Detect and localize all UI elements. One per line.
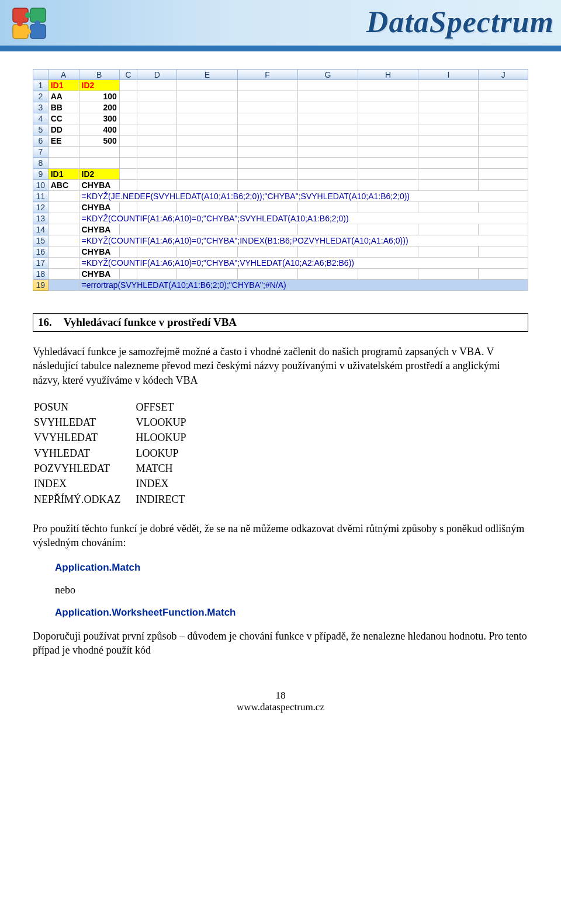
- col-header-F[interactable]: F: [237, 70, 297, 80]
- cell[interactable]: [177, 102, 237, 113]
- cell[interactable]: [177, 224, 237, 235]
- cell[interactable]: [418, 246, 479, 258]
- cell[interactable]: CC: [48, 113, 79, 124]
- cell[interactable]: [297, 113, 358, 124]
- cell[interactable]: [177, 136, 237, 147]
- cell[interactable]: [177, 91, 237, 102]
- cell[interactable]: [237, 169, 297, 180]
- cell[interactable]: [358, 113, 418, 124]
- cell[interactable]: [119, 269, 137, 280]
- row-header[interactable]: 11: [33, 191, 49, 202]
- cell[interactable]: [418, 113, 479, 124]
- cell[interactable]: [297, 158, 358, 169]
- cell[interactable]: [237, 147, 297, 158]
- row-header[interactable]: 17: [33, 258, 49, 269]
- cell[interactable]: 100: [79, 91, 119, 102]
- row-header[interactable]: 2: [33, 91, 49, 102]
- cell[interactable]: [479, 136, 528, 147]
- cell[interactable]: [297, 180, 358, 191]
- cell[interactable]: 200: [79, 102, 119, 113]
- cell[interactable]: [479, 102, 528, 113]
- cell[interactable]: [479, 180, 528, 191]
- cell[interactable]: [137, 224, 177, 235]
- cell[interactable]: [48, 280, 79, 291]
- cell[interactable]: [237, 113, 297, 124]
- cell[interactable]: [297, 246, 358, 258]
- row-header[interactable]: 9: [33, 169, 49, 180]
- cell[interactable]: [48, 202, 79, 213]
- col-header-I[interactable]: I: [418, 70, 479, 80]
- cell[interactable]: [79, 158, 119, 169]
- cell[interactable]: [297, 147, 358, 158]
- cell[interactable]: [119, 246, 137, 258]
- row-header[interactable]: 19: [33, 280, 49, 291]
- row-header[interactable]: 10: [33, 180, 49, 191]
- cell[interactable]: [297, 202, 358, 213]
- cell[interactable]: [119, 202, 137, 213]
- cell[interactable]: [137, 91, 177, 102]
- cell[interactable]: [358, 269, 418, 280]
- formula-cell[interactable]: =KDYŽ(COUNTIF(A1:A6;A10)=0;"CHYBA";VYHLE…: [79, 258, 528, 269]
- cell[interactable]: [237, 124, 297, 136]
- corner-cell[interactable]: [33, 70, 49, 80]
- cell[interactable]: [418, 180, 479, 191]
- row-header[interactable]: 18: [33, 269, 49, 280]
- cell[interactable]: [48, 246, 79, 258]
- formula-cell[interactable]: =errortrap(SVYHLEDAT(A10;A1:B6;2;0);"CHY…: [79, 280, 528, 291]
- col-header-D[interactable]: D: [137, 70, 177, 80]
- cell[interactable]: [297, 136, 358, 147]
- formula-cell[interactable]: =KDYŽ(COUNTIF(A1:A6;A10)=0;"CHYBA";INDEX…: [79, 235, 528, 246]
- col-header-G[interactable]: G: [297, 70, 358, 80]
- cell[interactable]: [479, 224, 528, 235]
- cell[interactable]: [137, 202, 177, 213]
- cell[interactable]: [237, 224, 297, 235]
- cell[interactable]: [48, 224, 79, 235]
- cell[interactable]: ABC: [48, 180, 79, 191]
- cell[interactable]: [479, 169, 528, 180]
- row-header[interactable]: 4: [33, 113, 49, 124]
- cell[interactable]: [48, 258, 79, 269]
- cell[interactable]: [177, 180, 237, 191]
- cell[interactable]: [137, 269, 177, 280]
- cell[interactable]: CHYBA: [79, 224, 119, 235]
- cell[interactable]: [297, 124, 358, 136]
- cell[interactable]: 300: [79, 113, 119, 124]
- cell[interactable]: [237, 269, 297, 280]
- cell[interactable]: [418, 147, 479, 158]
- row-header[interactable]: 1: [33, 80, 49, 91]
- cell[interactable]: [358, 169, 418, 180]
- cell[interactable]: [418, 202, 479, 213]
- cell[interactable]: [479, 113, 528, 124]
- cell[interactable]: [137, 180, 177, 191]
- cell[interactable]: CHYBA: [79, 246, 119, 258]
- row-header[interactable]: 5: [33, 124, 49, 136]
- cell[interactable]: EE: [48, 136, 79, 147]
- cell[interactable]: [237, 246, 297, 258]
- cell[interactable]: [177, 169, 237, 180]
- row-header[interactable]: 6: [33, 136, 49, 147]
- cell[interactable]: [177, 113, 237, 124]
- cell[interactable]: [137, 246, 177, 258]
- cell[interactable]: CHYBA: [79, 180, 119, 191]
- cell[interactable]: [237, 80, 297, 91]
- cell[interactable]: [418, 124, 479, 136]
- cell[interactable]: [358, 224, 418, 235]
- cell[interactable]: [418, 102, 479, 113]
- cell[interactable]: [119, 147, 137, 158]
- cell[interactable]: [119, 91, 137, 102]
- cell[interactable]: [479, 91, 528, 102]
- cell[interactable]: [79, 147, 119, 158]
- cell[interactable]: [418, 224, 479, 235]
- cell[interactable]: [418, 158, 479, 169]
- cell[interactable]: [418, 136, 479, 147]
- cell[interactable]: [418, 169, 479, 180]
- cell[interactable]: [358, 180, 418, 191]
- cell[interactable]: [237, 136, 297, 147]
- cell[interactable]: [237, 102, 297, 113]
- cell[interactable]: [479, 158, 528, 169]
- cell[interactable]: [137, 136, 177, 147]
- cell[interactable]: [119, 136, 137, 147]
- cell[interactable]: [297, 102, 358, 113]
- cell[interactable]: [119, 102, 137, 113]
- cell[interactable]: [137, 102, 177, 113]
